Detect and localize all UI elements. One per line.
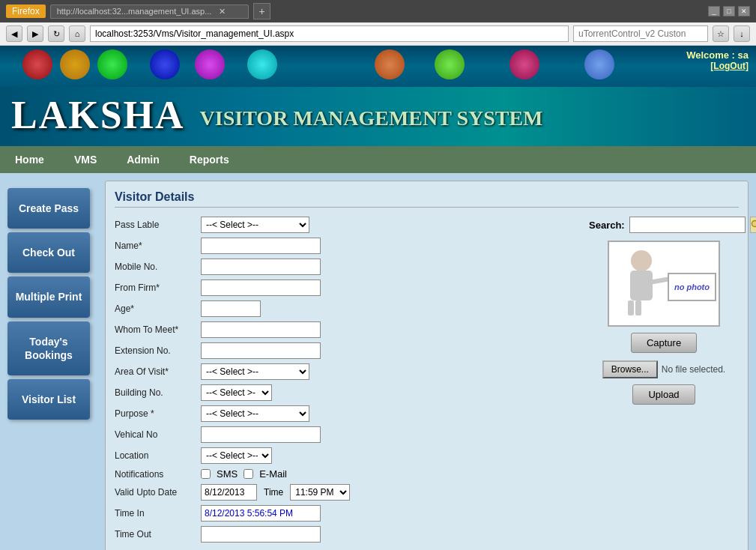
age-row: Age* [115,300,578,317]
mobile-label: Mobile No. [115,262,201,272]
file-row: Browse... No file selected. [589,360,739,378]
sms-label: SMS [217,468,238,480]
valid-upto-label: Valid Upto Date [115,487,201,498]
whom-to-meet-row: Whom To Meet* [115,321,578,338]
time-out-row: Time Out [115,526,578,543]
bookmark-btn[interactable]: ☆ [713,25,729,42]
minimize-btn[interactable]: _ [708,6,720,16]
email-checkbox[interactable] [244,469,253,479]
visitor-list-btn[interactable]: Visitor List [7,379,90,420]
maximize-btn[interactable]: □ [723,6,735,16]
home-btn[interactable]: ⌂ [69,25,85,42]
area-label: Area Of Visit* [115,366,201,377]
name-input[interactable] [201,238,321,254]
building-row: Building No. --< Select >- [115,384,578,401]
photo-area: no photo [608,241,720,327]
mobile-row: Mobile No. [115,259,578,275]
back-btn[interactable]: ◀ [6,25,22,42]
vehicle-label: Vehical No [115,429,201,440]
notifications-label: Notifications [115,469,201,480]
welcome-text: Welcome : sa [LogOut] [686,49,749,71]
area-row: Area Of Visit* --< Select >-- [115,363,578,380]
purpose-select[interactable]: --< Select >-- [201,405,309,422]
from-firm-input[interactable] [201,279,321,296]
time-in-input[interactable] [201,505,321,522]
browser-chrome: Firefox http://localhost:32...management… [0,0,756,46]
browser-search[interactable] [573,25,708,42]
extension-label: Extension No. [115,345,201,356]
pass-label-label: Pass Lable [115,220,201,230]
purpose-label: Purpose * [115,408,201,419]
email-label: E-Mail [259,468,287,480]
nav-reports[interactable]: Reports [175,146,244,173]
upload-btn[interactable]: Upload [632,384,695,405]
purpose-row: Purpose * --< Select >-- [115,405,578,422]
app-header: LAKSHA VISITOR MANAGEMENT SYSTEM [0,87,756,146]
search-icon [751,220,756,230]
location-row: Location --< Select >-- [115,447,578,464]
time-out-label: Time Out [115,529,201,540]
forward-btn[interactable]: ▶ [27,25,43,42]
search-input[interactable] [629,217,746,233]
building-label: Building No. [115,387,201,398]
form-content: Pass Lable --< Select >-- Name* Mobile N… [115,217,739,547]
sidebar: Create Pass Check Out Multiple Print Tod… [7,181,97,550]
nav-admin[interactable]: Admin [112,146,175,173]
tab-title: http://localhost:32...management_UI.asp.… [57,7,212,16]
search-row: Search: [589,217,739,233]
browser-titlebar: Firefox http://localhost:32...management… [0,0,756,22]
browser-addressbar: ◀ ▶ ↻ ⌂ ☆ ↓ [0,22,756,46]
mobile-input[interactable] [201,259,321,275]
browser-tab[interactable]: http://localhost:32...management_UI.asp.… [50,4,250,19]
capture-btn[interactable]: Capture [631,333,697,353]
tab-close[interactable]: ✕ [219,7,226,16]
sms-checkbox[interactable] [201,469,211,479]
form-title: Visitor Details [115,190,739,208]
svg-point-0 [752,221,756,227]
download-btn[interactable]: ↓ [734,25,750,42]
form-left: Pass Lable --< Select >-- Name* Mobile N… [115,217,578,547]
nav-bar: Home VMS Admin Reports [0,146,756,173]
time-select[interactable]: 11:59 PM [290,484,350,501]
create-pass-btn[interactable]: Create Pass [7,188,90,229]
time-out-input[interactable] [201,526,321,543]
from-firm-row: From Firm* [115,279,578,296]
search-btn[interactable] [750,217,756,233]
vehicle-input[interactable] [201,426,321,443]
multiple-print-btn[interactable]: Multiple Print [7,276,90,317]
notifications-row: Notifications SMS E-Mail [115,468,578,480]
window-controls: _ □ ✕ [708,6,750,16]
refresh-btn[interactable]: ↻ [48,25,64,42]
file-label: No file selected. [662,364,725,375]
name-row: Name* [115,238,578,254]
search-label: Search: [589,220,625,231]
nav-home[interactable]: Home [0,146,59,173]
time-label: Time [264,487,283,498]
browser-brand: Firefox [6,4,46,18]
location-select[interactable]: --< Select >-- [201,447,272,464]
name-label: Name* [115,241,201,251]
extension-input[interactable] [201,342,321,359]
whom-to-meet-label: Whom To Meet* [115,324,201,335]
building-select[interactable]: --< Select >- [201,384,272,401]
check-out-btn[interactable]: Check Out [7,232,90,273]
logout-link[interactable]: [LogOut] [686,61,749,71]
nav-vms[interactable]: VMS [59,146,112,173]
app-logo: LAKSHA [11,93,185,137]
from-firm-label: From Firm* [115,282,201,293]
age-label: Age* [115,303,201,314]
close-btn[interactable]: ✕ [738,6,750,16]
new-tab-btn[interactable]: + [253,3,270,19]
system-title: VISITOR MANAGEMENT SYSTEM [200,106,543,130]
time-in-row: Time In [115,505,578,522]
pass-label-select[interactable]: --< Select >-- [201,217,309,233]
area-select[interactable]: --< Select >-- [201,363,309,380]
notifications-options: SMS E-Mail [201,468,287,480]
age-input[interactable] [201,300,261,317]
todays-bookings-btn[interactable]: Today's Bookings [7,321,90,375]
whom-to-meet-input[interactable] [201,321,321,338]
browse-btn[interactable]: Browse... [602,360,658,378]
address-bar[interactable] [90,25,569,42]
valid-date-input[interactable] [201,484,257,501]
photo-placeholder-figure: no photo [611,244,716,323]
